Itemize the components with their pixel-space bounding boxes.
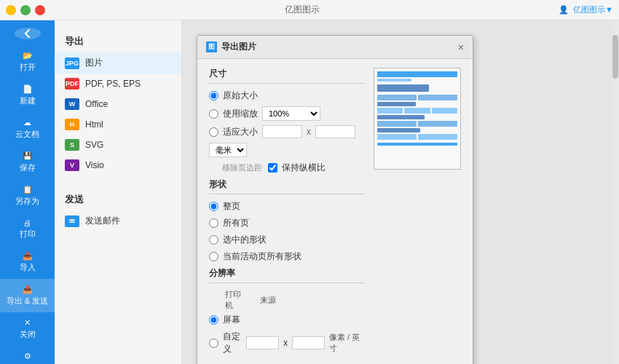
radio-fit-input[interactable] [209, 127, 218, 137]
preview-nodes-row1 [377, 95, 457, 100]
radio-scale-row: 使用缩放 100% [209, 106, 365, 121]
sidebar-item-cloud[interactable]: ☁ 云文档 [0, 112, 55, 146]
keep-ratio-row: 保持纵横比 [268, 162, 326, 174]
radio-selected-row: 选中的形状 [209, 234, 365, 246]
new-label: 新建 [20, 95, 36, 106]
menu-item-office[interactable]: W Office [55, 94, 181, 114]
dialog-body: 尺寸 原始大小 使用缩放 100% [197, 59, 473, 364]
saveas-icon: 📋 [23, 185, 33, 194]
export-section-title: 导出 [55, 29, 181, 52]
preview-line1 [377, 79, 411, 82]
radio-currentall-input[interactable] [209, 252, 218, 261]
email-icon: ✉ [65, 215, 79, 227]
image-label: 图片 [85, 57, 103, 69]
menu-item-email[interactable]: ✉ 发送邮件 [55, 210, 181, 232]
menu-item-pdf[interactable]: PDF PDF, PS, EPS [55, 74, 181, 94]
preview-diagram [374, 68, 460, 169]
dpi-section-label: 分辨率 [209, 267, 365, 283]
sidebar-item-saveas[interactable]: 📋 另存为 [0, 179, 55, 213]
close-icon: ✕ [24, 318, 31, 328]
save-icon: 💾 [23, 151, 33, 161]
dpi-h-input[interactable]: 96 [292, 336, 325, 349]
radio-scale-label: 使用缩放 [223, 108, 258, 120]
user-label[interactable]: 亿图图示▼ [573, 4, 613, 15]
dpi-screen-label2: 来源 [260, 295, 296, 306]
preview-node4 [377, 128, 420, 132]
svg-icon: S [65, 139, 79, 151]
preview-n7 [418, 121, 457, 127]
pdf-icon: PDF [65, 78, 79, 90]
menu-item-svg[interactable]: S SVG [55, 135, 181, 155]
fit-width-input[interactable]: 1122.52 [262, 125, 302, 138]
radio-screen-input[interactable] [209, 315, 218, 325]
sidebar-item-print[interactable]: 🖨 打印 [0, 213, 55, 245]
main-layout: 📂 打开 📄 新建 ☁ 云文档 💾 保存 📋 另存为 🖨 打印 📥 导入 📤 [0, 20, 619, 364]
export-icon: 📤 [23, 285, 33, 294]
dpi-unit-label: 像素 / 英寸 [329, 332, 365, 354]
radio-allpages-label: 整页 [223, 200, 240, 213]
radio-allpages-input[interactable] [209, 202, 218, 211]
menu-item-visio[interactable]: V Visio [55, 155, 181, 175]
radio-fit-label: 适应大小 [223, 126, 258, 138]
sidebar-item-new[interactable]: 📄 新建 [0, 79, 55, 112]
preview-n4 [404, 108, 430, 114]
preview-node1 [377, 84, 429, 92]
app-title: 亿图图示 [285, 4, 320, 16]
unit-select[interactable]: 毫米 [209, 143, 247, 157]
radio-scale-input[interactable] [209, 109, 218, 119]
send-section-title: 发送 [55, 187, 181, 210]
image-icon: JPG [65, 58, 79, 69]
maximize-button[interactable] [20, 5, 31, 15]
radio-original-size: 原始大小 [209, 90, 365, 102]
preview-nodes-row3 [377, 121, 457, 127]
sidebar-item-open[interactable]: 📂 打开 [0, 45, 55, 79]
scrollbar[interactable] [612, 20, 619, 364]
dialog-title: 导出图片 [221, 41, 256, 53]
sidebar-item-export[interactable]: 📤 导出 & 发送 [0, 279, 55, 312]
sidebar-item-options[interactable]: ⚙ 选项 [0, 346, 55, 364]
menu-item-html[interactable]: H Html [55, 114, 181, 135]
radio-original-input[interactable] [209, 91, 218, 100]
sidebar-item-import[interactable]: 📥 导入 [0, 245, 55, 279]
keep-ratio-checkbox[interactable] [268, 163, 277, 173]
open-icon: 📂 [23, 51, 33, 60]
center-panel: 导出 JPG 图片 PDF PDF, PS, EPS W Office H Ht… [55, 20, 182, 364]
radio-fit-row: 适应大小 1122.52 x 793.701 毫米 [209, 125, 365, 157]
dialog-right [374, 68, 461, 360]
pdf-label: PDF, PS, EPS [85, 79, 141, 89]
fit-height-input[interactable]: 793.701 [315, 125, 355, 138]
cloud-icon: ☁ [23, 118, 31, 127]
preview-n8 [377, 134, 417, 140]
print-label: 打印 [20, 229, 36, 240]
export-dialog: 图 导出图片 × 尺寸 原始大小 [197, 35, 473, 364]
radio-allpages-row: 整页 [209, 200, 365, 213]
shape-section-label: 形状 [209, 178, 365, 194]
preview-n1 [377, 95, 417, 100]
export-label: 导出 & 发送 [7, 296, 48, 306]
dpi-x-label: x [283, 338, 288, 348]
dpi-w-input[interactable]: 96 [246, 336, 279, 349]
radio-selected-input[interactable] [209, 235, 218, 245]
office-label: Office [85, 99, 108, 109]
menu-item-image[interactable]: JPG 图片 [55, 52, 181, 74]
size-section-label: 尺寸 [209, 68, 365, 84]
radio-allshapes-label: 所有页 [223, 217, 249, 229]
close-window-button[interactable] [35, 5, 45, 15]
scale-select[interactable]: 100% [262, 106, 320, 121]
options-icon: ⚙ [24, 352, 31, 361]
preview-n9 [418, 134, 457, 140]
new-icon: 📄 [23, 84, 33, 94]
back-button[interactable] [15, 28, 41, 39]
minimize-button[interactable] [6, 5, 16, 15]
radio-screen-label: 屏幕 [223, 314, 243, 326]
sidebar-item-close[interactable]: ✕ 关闭 [0, 312, 55, 346]
radio-custom-input[interactable] [209, 339, 218, 348]
preview-n6 [377, 121, 417, 127]
scrollbar-thumb[interactable] [612, 35, 618, 79]
dialog-close-button[interactable]: × [458, 42, 464, 52]
sidebar-item-save[interactable]: 💾 保存 [0, 146, 55, 179]
preview-bar-bot [377, 143, 457, 146]
preview-node2 [377, 102, 416, 106]
dpi-screen-label: 打印机 [225, 289, 247, 311]
radio-allshapes-input[interactable] [209, 218, 218, 228]
